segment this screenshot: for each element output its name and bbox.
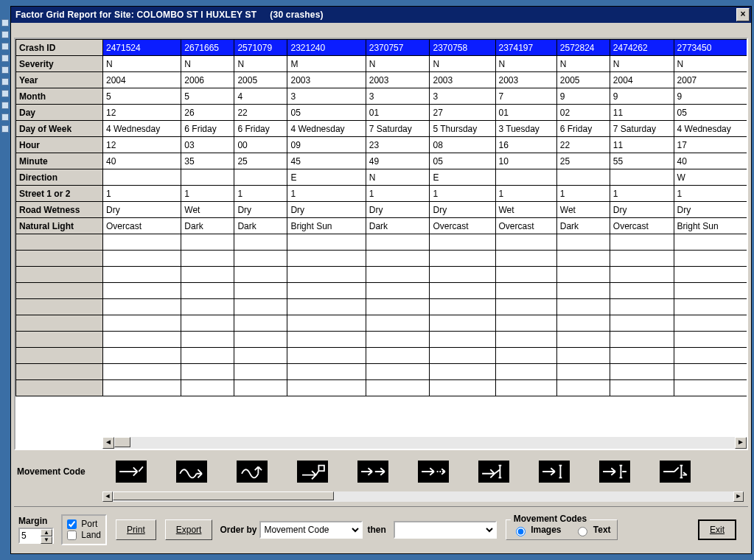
data-cell[interactable] [610, 332, 674, 348]
data-cell[interactable] [366, 315, 430, 332]
data-cell[interactable]: 1 [366, 186, 430, 202]
data-cell[interactable]: N [495, 56, 556, 72]
data-cell[interactable]: 22 [234, 105, 287, 121]
data-cell[interactable]: Dry [610, 202, 674, 218]
data-cell[interactable]: Dry [287, 202, 366, 218]
movement-h-scrollbar[interactable]: ◄ ► [102, 491, 744, 502]
port-checkbox[interactable] [67, 519, 77, 529]
data-cell[interactable] [287, 315, 366, 332]
data-cell[interactable]: 2006 [181, 72, 234, 88]
data-cell[interactable] [103, 380, 181, 396]
col-header[interactable]: 2321240 [287, 40, 366, 56]
data-cell[interactable] [287, 348, 366, 364]
data-cell[interactable]: Overcast [430, 218, 495, 234]
data-cell[interactable]: N [103, 56, 181, 72]
data-cell[interactable] [181, 283, 234, 299]
data-cell[interactable] [366, 251, 430, 267]
data-cell[interactable]: 05 [287, 105, 366, 121]
data-cell[interactable] [610, 364, 674, 380]
data-cell[interactable]: 1 [495, 186, 556, 202]
data-cell[interactable] [287, 234, 366, 251]
margin-up[interactable]: ▲ [41, 529, 52, 536]
data-cell[interactable]: 23 [366, 137, 430, 153]
data-cell[interactable]: Dry [103, 202, 181, 218]
data-cell[interactable] [103, 283, 181, 299]
data-cell[interactable] [674, 251, 748, 267]
data-cell[interactable]: 01 [366, 105, 430, 121]
data-cell[interactable] [366, 299, 430, 315]
data-cell[interactable] [103, 332, 181, 348]
scroll-right-button[interactable]: ► [735, 437, 747, 449]
data-cell[interactable] [430, 299, 495, 315]
data-cell[interactable]: 4 [234, 88, 287, 105]
movement-g-icon[interactable] [478, 461, 509, 483]
data-cell[interactable]: 3 [287, 88, 366, 105]
data-cell[interactable]: 7 [495, 88, 556, 105]
data-cell[interactable]: 11 [610, 105, 674, 121]
data-cell[interactable]: 00 [234, 137, 287, 153]
data-cell[interactable]: 25 [234, 153, 287, 169]
data-cell[interactable] [287, 332, 366, 348]
scroll-left-button[interactable]: ◄ [102, 437, 114, 449]
data-cell[interactable] [181, 380, 234, 396]
data-cell[interactable] [430, 332, 495, 348]
data-cell[interactable]: Dry [366, 202, 430, 218]
data-cell[interactable] [287, 299, 366, 315]
movement-c-icon[interactable] [237, 461, 268, 483]
data-cell[interactable]: 1 [181, 186, 234, 202]
data-cell[interactable]: 35 [181, 153, 234, 169]
data-cell[interactable]: 3 Tuesday [495, 121, 556, 137]
data-cell[interactable]: Dry [234, 202, 287, 218]
data-cell[interactable]: 9 [610, 88, 674, 105]
data-cell[interactable] [556, 348, 610, 364]
col-header[interactable]: 2374197 [495, 40, 556, 56]
movement-a-icon[interactable] [116, 461, 147, 483]
data-cell[interactable] [181, 315, 234, 332]
data-cell[interactable]: Overcast [495, 218, 556, 234]
data-cell[interactable]: 25 [556, 153, 610, 169]
exit-button[interactable]: Exit [698, 519, 736, 540]
data-cell[interactable]: N [674, 56, 748, 72]
data-cell[interactable] [234, 234, 287, 251]
data-cell[interactable] [674, 348, 748, 364]
data-cell[interactable] [495, 364, 556, 380]
mc-text-radio-label[interactable]: Text [574, 525, 610, 536]
data-cell[interactable]: N [430, 56, 495, 72]
data-cell[interactable]: 02 [556, 105, 610, 121]
mc-images-radio[interactable] [516, 527, 526, 536]
data-cell[interactable] [674, 332, 748, 348]
data-cell[interactable] [366, 283, 430, 299]
data-cell[interactable] [556, 169, 610, 186]
data-cell[interactable]: N [181, 56, 234, 72]
col-header[interactable]: 2370757 [366, 40, 430, 56]
data-cell[interactable] [430, 267, 495, 283]
data-cell[interactable] [556, 251, 610, 267]
data-cell[interactable]: Bright Sun [287, 218, 366, 234]
data-cell[interactable]: 6 Friday [234, 121, 287, 137]
data-cell[interactable]: Dark [366, 218, 430, 234]
data-cell[interactable]: 01 [495, 105, 556, 121]
data-cell[interactable]: 03 [181, 137, 234, 153]
data-cell[interactable]: 10 [495, 153, 556, 169]
data-cell[interactable]: 3 [430, 88, 495, 105]
data-cell[interactable] [234, 348, 287, 364]
data-cell[interactable] [103, 267, 181, 283]
data-cell[interactable] [234, 299, 287, 315]
data-cell[interactable]: E [287, 169, 366, 186]
data-cell[interactable] [556, 234, 610, 251]
data-cell[interactable] [103, 364, 181, 380]
data-cell[interactable] [234, 283, 287, 299]
data-cell[interactable] [103, 234, 181, 251]
col-header[interactable]: 2572824 [556, 40, 610, 56]
data-cell[interactable] [556, 315, 610, 332]
data-cell[interactable]: N [610, 56, 674, 72]
data-cell[interactable] [430, 315, 495, 332]
data-cell[interactable]: 2005 [234, 72, 287, 88]
data-cell[interactable]: 5 Thursday [430, 121, 495, 137]
data-cell[interactable]: 1 [103, 186, 181, 202]
data-cell[interactable]: 55 [610, 153, 674, 169]
data-cell[interactable] [103, 315, 181, 332]
export-button[interactable]: Export [165, 519, 213, 540]
data-cell[interactable] [610, 299, 674, 315]
data-cell[interactable]: 6 Friday [181, 121, 234, 137]
